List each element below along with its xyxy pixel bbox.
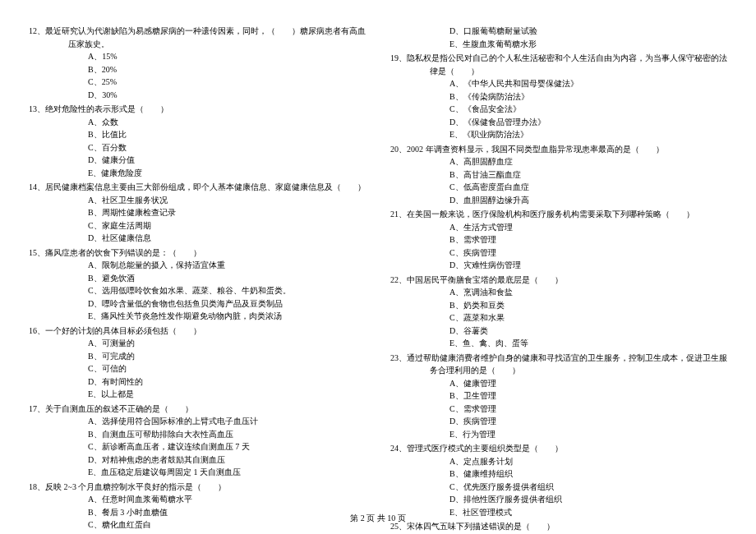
question-22: 22、中国居民平衡膳食宝塔的最底层是（ ） A、烹调油和食盐 B、奶类和豆类 C… [390,274,727,350]
option-b: B、需求管理 [449,233,727,246]
option-c: C、疾病管理 [449,246,727,260]
option-d: D、口服葡萄糖耐量试验 [449,25,727,38]
question-14: 14、居民健康档案信息主要由三大部份组成，即个人基本健康信息、家庭健康信息及（ … [29,181,366,245]
option-d: D、嘌呤含量低的食物也包括鱼贝类海产品及豆类制品 [88,297,366,311]
left-column: 12、最近研究认为代谢缺陷为易感糖尿病的一种遗传因素，同时，（ ）糖尿病患者有高… [29,25,366,534]
options: D、口服葡萄糖耐量试验 E、生腹血浆葡萄糖水形 [390,25,727,50]
option-d: D、有时间性的 [88,375,366,389]
option-c: C、百分数 [88,141,366,154]
question-18-cont: D、口服葡萄糖耐量试验 E、生腹血浆葡萄糖水形 [390,25,727,50]
option-b: B、健康维持组织 [449,467,727,481]
options: A、众数 B、比值比 C、百分数 D、健康分值 E、健康危险度 [29,116,366,180]
question-20: 20、2002 年调查资料显示，我国不同类型血脂异常现患率最高的是（ ） A、高… [390,143,727,207]
option-e: E、血压稳定后建议每周固定 1 天自测血压 [88,466,366,479]
option-c: C、低高密度蛋白血症 [449,181,727,194]
options: A、可测量的 B、可完成的 C、可信的 D、有时间性的 E、以上都是 [29,337,366,401]
question-17: 17、关于自测血压的叙述不正确的是（ ） A、选择使用符合国际标准的上臂式电子血… [29,403,366,479]
question-text: 24、管理式医疗模式的主要组织类型是（ ） [390,442,727,455]
option-c: C、需求管理 [449,403,727,416]
option-e: E、健康危险度 [88,167,366,180]
option-e: E、鱼、禽、肉、蛋等 [449,337,727,350]
option-a: A、限制总能量的摄入，保持适宜体重 [88,259,366,272]
option-c: C、蔬菜和水果 [449,311,727,325]
option-b: B、高甘油三酯血症 [449,168,727,182]
question-text: 15、痛风症患者的饮食下列错误的是：（ ） [29,246,366,260]
question-16: 16、一个好的计划的具体目标必须包括（ ） A、可测量的 B、可完成的 C、可信… [29,325,366,401]
option-c: C、25% [88,76,366,89]
option-d: D、血胆固醇边缘升高 [449,194,727,207]
options: A、高胆固醇血症 B、高甘油三酯血症 C、低高密度蛋白血症 D、血胆固醇边缘升高 [390,155,727,206]
options: A、定点服务计划 B、健康维持组织 C、优先医疗服务提供者组织 D、排他性医疗服… [390,455,727,519]
option-d: D、30% [88,89,366,102]
option-a: A、高胆固醇血症 [449,155,727,168]
option-b: B、可完成的 [88,350,366,363]
options: A、生活方式管理 B、需求管理 C、疾病管理 D、灾难性病伤管理 [390,221,727,272]
question-24: 24、管理式医疗模式的主要组织类型是（ ） A、定点服务计划 B、健康维持组织 … [390,442,727,518]
option-a: A、选择使用符合国际标准的上臂式电子血压计 [88,415,366,428]
question-19: 19、隐私权是指公民对自己的个人私生活秘密和个人生活自由为内容，为当事人保守秘密… [390,52,727,141]
question-text: 13、绝对危险性的表示形式是（ ） [29,103,366,116]
option-d: D、谷薯类 [449,325,727,338]
options: A、社区卫生服务状况 B、周期性健康检查记录 C、家庭生活周期 D、社区健康信息 [29,194,366,245]
option-b: B、避免饮酒 [88,272,366,285]
option-b: B、自测血压可帮助排除白大衣性高血压 [88,428,366,441]
option-c: C、可信的 [88,362,366,375]
option-b: B、周期性健康检查记录 [88,206,366,219]
question-13: 13、绝对危险性的表示形式是（ ） A、众数 B、比值比 C、百分数 D、健康分… [29,103,366,179]
question-text: 18、反映 2~3 个月血糖控制水平良好的指示是（ ） [29,481,366,494]
option-a: A、社区卫生服务状况 [88,194,366,207]
option-d: D、社区健康信息 [88,232,366,245]
option-c: C、优先医疗服务提供者组织 [449,481,727,494]
question-text: 17、关于自测血压的叙述不正确的是（ ） [29,403,366,416]
question-text: 16、一个好的计划的具体目标必须包括（ ） [29,325,366,338]
question-text: 14、居民健康档案信息主要由三大部份组成，即个人基本健康信息、家庭健康信息及（ … [29,181,366,194]
option-c: C、《食品安全法》 [449,103,727,116]
options: A、烹调油和食盐 B、奶类和豆类 C、蔬菜和水果 D、谷薯类 E、鱼、禽、肉、蛋… [390,286,727,350]
option-b: B、奶类和豆类 [449,299,727,312]
question-21: 21、在美国一般来说，医疗保险机构和医疗服务机构需要采取下列哪种策略（ ） A、… [390,208,727,272]
option-a: A、生活方式管理 [449,221,727,234]
question-text: 21、在美国一般来说，医疗保险机构和医疗服务机构需要采取下列哪种策略（ ） [390,208,727,221]
option-e: E、生腹血浆葡萄糖水形 [449,38,727,51]
option-d: D、疾病管理 [449,415,727,428]
option-e: E、以上都是 [88,388,366,401]
options: A、选择使用符合国际标准的上臂式电子血压计 B、自测血压可帮助排除白大衣性高血压… [29,415,366,479]
question-text-cont: 压家族史。 [29,38,366,51]
option-a: A、烹调油和食盐 [449,286,727,299]
option-a: A、定点服务计划 [449,455,727,468]
option-b: B、20% [88,63,366,76]
question-text-cont: 务合理利用的是（ ） [390,364,727,377]
option-b: B、卫生管理 [449,389,727,403]
question-text: 23、通过帮助健康消费者维护自身的健康和寻找适宜的卫生服务，控制卫生成本，促进卫… [390,352,727,365]
option-b: B、比值比 [88,128,366,141]
option-d: D、灾难性病伤管理 [449,259,727,272]
question-text: 19、隐私权是指公民对自己的个人私生活秘密和个人生活自由为内容，为当事人保守秘密… [390,52,727,65]
option-d: D、对精神焦虑的患者鼓励其自测血压 [88,453,366,467]
options: A、限制总能量的摄入，保持适宜体重 B、避免饮酒 C、选用低嘌呤饮食如水果、蔬菜… [29,259,366,323]
option-d: D、《保健食品管理办法》 [449,116,727,129]
page-content: 12、最近研究认为代谢缺陷为易感糖尿病的一种遗传因素，同时，（ ）糖尿病患者有高… [0,0,756,534]
option-a: A、可测量的 [88,337,366,350]
options: A、《中华人民共和国母婴保健法》 B、《传染病防治法》 C、《食品安全法》 D、… [390,77,727,141]
question-text: 12、最近研究认为代谢缺陷为易感糖尿病的一种遗传因素，同时，（ ）糖尿病患者有高… [29,25,366,38]
option-d: D、排他性医疗服务提供者组织 [449,493,727,506]
option-b: B、《传染病防治法》 [449,90,727,104]
question-text: 22、中国居民平衡膳食宝塔的最底层是（ ） [390,274,727,287]
options: A、15% B、20% C、25% D、30% [29,50,366,101]
option-d: D、健康分值 [88,154,366,167]
right-column: D、口服葡萄糖耐量试验 E、生腹血浆葡萄糖水形 19、隐私权是指公民对自己的个人… [390,25,727,534]
question-text-cont: 律是（ ） [390,65,727,78]
question-text: 20、2002 年调查资料显示，我国不同类型血脂异常现患率最高的是（ ） [390,143,727,156]
question-23: 23、通过帮助健康消费者维护自身的健康和寻找适宜的卫生服务，控制卫生成本，促进卫… [390,352,727,441]
page-footer: 第 2 页 共 10 页 [0,513,756,524]
option-e: E、痛风性关节炎急性发作期避免动物内脏，肉类浓汤 [88,310,366,323]
option-a: A、众数 [88,116,366,129]
option-a: A、任意时间血浆葡萄糖水平 [88,493,366,506]
option-c: C、新诊断高血压者，建议连续自测血压 7 天 [88,440,366,453]
option-a: A、健康管理 [449,377,727,390]
option-c: C、家庭生活周期 [88,219,366,232]
question-12: 12、最近研究认为代谢缺陷为易感糖尿病的一种遗传因素，同时，（ ）糖尿病患者有高… [29,25,366,101]
option-c: C、选用低嘌呤饮食如水果、蔬菜、粮谷、牛奶和蛋类。 [88,284,366,297]
option-a: A、《中华人民共和国母婴保健法》 [449,77,727,90]
option-e: E、行为管理 [449,428,727,441]
